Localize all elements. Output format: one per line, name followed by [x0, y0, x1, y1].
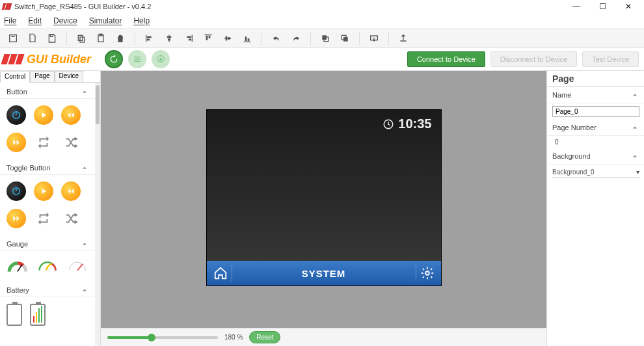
- open-button[interactable]: [23, 31, 42, 46]
- undo-button[interactable]: [267, 31, 286, 46]
- widget-toggle-power[interactable]: [7, 181, 26, 201]
- separator: [66, 32, 67, 45]
- chevron-up-icon: [81, 164, 88, 172]
- svg-rect-15: [189, 38, 191, 40]
- menu-simulator[interactable]: Simulator: [89, 16, 122, 25]
- svg-line-38: [18, 264, 22, 271]
- widget-gauge-2[interactable]: [36, 260, 59, 273]
- svg-rect-12: [168, 38, 170, 40]
- svg-rect-28: [343, 37, 348, 42]
- bring-front-button[interactable]: [316, 31, 334, 46]
- chevron-up-icon: [81, 88, 88, 96]
- align-top-button[interactable]: [199, 31, 217, 46]
- section-label: Toggle Button: [7, 164, 50, 172]
- toolbar: [0, 29, 644, 48]
- widget-toggle-forward[interactable]: [7, 209, 26, 228]
- preview-footer: SYSTEM: [207, 261, 441, 286]
- widget-toggle-repeat[interactable]: [34, 209, 53, 228]
- align-left-button[interactable]: [141, 31, 159, 46]
- app-logo-icon: [3, 2, 12, 11]
- widget-play-button[interactable]: [34, 105, 53, 125]
- prop-pagenum-header[interactable]: Page Number: [547, 120, 644, 136]
- zoom-bar: 180 % Reset: [101, 328, 546, 346]
- widget-toggle-rewind[interactable]: [61, 181, 81, 201]
- sidebar-tab-page[interactable]: Page: [30, 71, 54, 82]
- widget-battery-bars[interactable]: [30, 304, 46, 326]
- chevron-up-icon: [81, 240, 88, 248]
- section-header-toggle[interactable]: Toggle Button: [0, 159, 95, 175]
- connect-device-button[interactable]: Connect to Device: [407, 51, 485, 67]
- prop-label: Background: [552, 152, 591, 160]
- section-label: Gauge: [7, 240, 28, 248]
- list-icon[interactable]: [128, 50, 146, 68]
- titlebar: Switch_Page_RS485 - GUI Builder - v0.4.2…: [0, 0, 644, 13]
- menu-file[interactable]: File: [4, 16, 16, 25]
- prop-name-header[interactable]: Name: [547, 87, 644, 103]
- page-name-input[interactable]: [552, 106, 639, 117]
- zoom-slider[interactable]: [107, 336, 218, 339]
- send-back-button[interactable]: [336, 31, 354, 46]
- preview-time-text: 10:35: [398, 116, 431, 131]
- properties-title: Page: [547, 71, 644, 87]
- chevron-up-icon: [631, 152, 639, 160]
- align-center-h-button[interactable]: [160, 31, 178, 46]
- test-device-button: Test Device: [582, 51, 639, 67]
- widget-toggle-play[interactable]: [34, 181, 53, 201]
- delete-button[interactable]: [111, 31, 129, 46]
- zoom-reset-button[interactable]: Reset: [249, 331, 280, 343]
- minimize-button[interactable]: —: [563, 0, 589, 13]
- sidebar-tab-control[interactable]: Control: [0, 72, 30, 83]
- redo-button[interactable]: [287, 31, 305, 46]
- menu-edit[interactable]: Edit: [28, 16, 42, 25]
- separator: [262, 32, 262, 45]
- svg-rect-21: [228, 37, 230, 40]
- widget-rewind-button[interactable]: [61, 105, 81, 125]
- svg-rect-20: [226, 36, 228, 40]
- svg-point-33: [159, 58, 162, 60]
- chevron-up-icon: [81, 286, 88, 294]
- menu-help[interactable]: Help: [133, 16, 150, 25]
- svg-point-41: [425, 271, 429, 275]
- widget-battery-empty[interactable]: [7, 304, 22, 326]
- widget-shuffle-icon[interactable]: [61, 133, 81, 152]
- cycle-icon[interactable]: [105, 50, 123, 68]
- properties-panel: Page Name Page Number 0 Background Backg…: [546, 71, 644, 346]
- sidebar-scrollbar[interactable]: [95, 83, 100, 346]
- prop-label: Name: [552, 91, 571, 99]
- widget-forward-button[interactable]: [7, 133, 26, 152]
- section-header-battery[interactable]: Battery: [0, 281, 95, 297]
- page-number-value: 0: [547, 136, 644, 148]
- device-preview[interactable]: 10:35 SYSTEM: [207, 110, 441, 286]
- upload-button[interactable]: [394, 31, 412, 46]
- brand-logo-icon: [3, 54, 24, 64]
- new-button[interactable]: [4, 31, 22, 46]
- align-bottom-button[interactable]: [238, 31, 256, 46]
- canvas-area[interactable]: 10:35 SYSTEM 180 % Reset: [101, 71, 546, 346]
- prop-label: Page Number: [552, 124, 597, 131]
- prop-background-header[interactable]: Background: [547, 148, 644, 165]
- section-header-button[interactable]: Button: [0, 83, 95, 99]
- gear-icon[interactable]: [420, 266, 435, 280]
- widget-repeat-icon[interactable]: [34, 133, 53, 152]
- save-button[interactable]: [43, 31, 61, 46]
- brand-text: GUI Builder: [27, 53, 91, 66]
- widget-toggle-shuffle[interactable]: [61, 209, 81, 228]
- home-icon[interactable]: [213, 266, 228, 280]
- section-header-gauge[interactable]: Gauge: [0, 235, 95, 251]
- svg-rect-3: [78, 35, 83, 40]
- widget-gauge-3[interactable]: [66, 260, 88, 273]
- align-right-button[interactable]: [180, 31, 198, 46]
- settings-icon[interactable]: [152, 50, 170, 68]
- widget-power-button[interactable]: [7, 105, 26, 125]
- close-button[interactable]: ✕: [615, 0, 641, 13]
- maximize-button[interactable]: ☐: [589, 0, 615, 13]
- background-select[interactable]: Background_0 ▾: [552, 167, 639, 178]
- download-button[interactable]: [365, 31, 383, 46]
- paste-button[interactable]: [92, 31, 110, 46]
- menu-device[interactable]: Device: [53, 16, 77, 25]
- widget-gauge-1[interactable]: [7, 258, 29, 274]
- align-center-v-button[interactable]: [219, 31, 237, 46]
- section-label: Button: [7, 88, 27, 96]
- copy-button[interactable]: [72, 31, 90, 46]
- sidebar-tab-device[interactable]: Device: [55, 71, 84, 82]
